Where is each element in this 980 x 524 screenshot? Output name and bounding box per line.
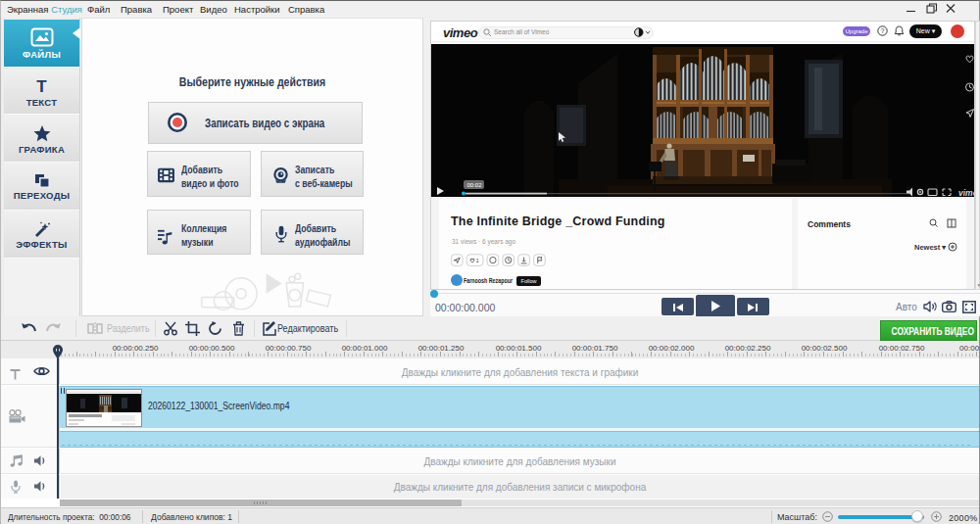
svg-text:00:02: 00:02: [467, 182, 483, 188]
svg-text:?: ?: [880, 27, 884, 34]
svg-text:1: 1: [476, 257, 479, 262]
svg-text:vimeo: vimeo: [958, 188, 974, 197]
